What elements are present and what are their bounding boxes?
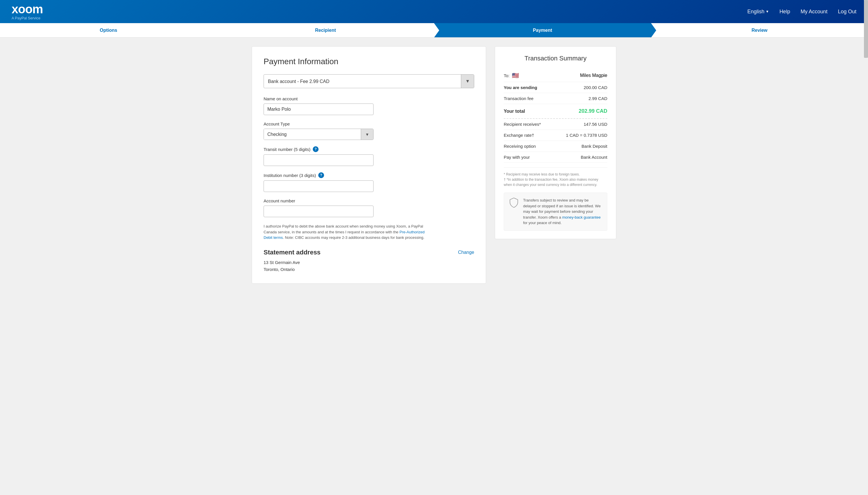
language-label: English (747, 9, 764, 15)
payment-method-selector[interactable]: Bank account - Fee 2.99 CAD Credit card … (264, 74, 474, 88)
breadcrumb-recipient[interactable]: Recipient (217, 23, 434, 37)
logo-xoom: xoom (12, 3, 43, 15)
logo-sub: A PayPal Service (12, 16, 43, 20)
receiving-option-label: Receiving option (504, 144, 536, 149)
footnote2: † *In addition to the transaction fee, X… (504, 177, 607, 187)
account-type-selector[interactable]: Checking Savings ▼ (264, 129, 373, 140)
institution-number-input[interactable] (264, 181, 373, 192)
logo: xoom A PayPal Service (12, 3, 43, 20)
footnote1: * Recipient may receive less due to fore… (504, 172, 607, 177)
authorization-text: I authorize PayPal to debit the above ba… (264, 223, 425, 241)
breadcrumb-options-label: Options (100, 28, 117, 33)
total-label: Your total (504, 109, 525, 114)
footnotes: * Recipient may receive less due to fore… (504, 167, 607, 187)
account-number-label: Account number (264, 198, 474, 203)
breadcrumb-payment[interactable]: Payment (434, 23, 651, 37)
account-number-input[interactable] (264, 206, 373, 217)
guarantee-text2: for your peace of mind. (523, 221, 562, 225)
exchange-rate-label: Exchange rate† (504, 133, 534, 138)
fee-label: Transaction fee (504, 96, 534, 101)
statement-address-section: Statement address Change 13 St Germain A… (264, 249, 474, 273)
transit-number-group: Transit number (5 digits) ? (264, 146, 474, 166)
account-type-dropdown-arrow[interactable]: ▼ (361, 129, 373, 140)
summary-box: Transaction Summary To: 🇺🇸 Miles Magpie … (495, 46, 616, 239)
summary-row-sending: You are sending 200.00 CAD (504, 82, 607, 93)
change-address-link[interactable]: Change (458, 250, 474, 255)
summary-row-receiving-option: Receiving option Bank Deposit (504, 141, 607, 152)
pay-with-value: Bank Account (581, 155, 607, 159)
auth-text-part1: I authorize PayPal to debit the above ba… (264, 224, 423, 234)
account-number-group: Account number (264, 198, 474, 217)
language-selector[interactable]: English ▼ (747, 9, 769, 15)
scrollbar-track (864, 0, 868, 495)
payment-form-title: Payment Information (264, 57, 474, 66)
summary-row-total: Your total 202.99 CAD (504, 104, 607, 119)
payment-method-dropdown-arrow[interactable]: ▼ (461, 74, 474, 88)
statement-address-title: Statement address (264, 249, 321, 256)
receiving-option-value: Bank Deposit (582, 144, 607, 149)
auth-text-part2: . Note: CIBC accounts may require 2-3 ad… (283, 235, 424, 240)
us-flag-icon: 🇺🇸 (512, 72, 519, 79)
help-link[interactable]: Help (780, 9, 790, 15)
address-line1: 13 St Germain Ave (264, 259, 474, 266)
institution-number-label-row: Institution number (3 digits) ? (264, 172, 474, 178)
money-back-guarantee-link[interactable]: money-back guarantee (562, 215, 601, 220)
payment-form-panel: Payment Information Bank account - Fee 2… (252, 46, 486, 284)
transit-number-input[interactable] (264, 154, 373, 166)
address-text: 13 St Germain Ave Toronto, Ontario (264, 259, 474, 273)
breadcrumb-options[interactable]: Options (0, 23, 217, 37)
account-type-label: Account Type (264, 121, 474, 126)
exchange-rate-value: 1 CAD = 0.7378 USD (566, 133, 607, 138)
guarantee-text: Transfers subject to review and may be d… (523, 198, 602, 226)
to-text: To: (504, 73, 510, 78)
transaction-summary-panel: Transaction Summary To: 🇺🇸 Miles Magpie … (495, 46, 616, 284)
my-account-link[interactable]: My Account (801, 9, 828, 15)
recipient-receives-label: Recipient receives* (504, 122, 541, 127)
breadcrumb-review[interactable]: Review (651, 23, 868, 37)
total-value: 202.99 CAD (579, 108, 607, 114)
pay-with-label: Pay with your (504, 155, 530, 159)
account-type-group: Account Type Checking Savings ▼ (264, 121, 474, 140)
institution-number-label: Institution number (3 digits) (264, 173, 316, 178)
summary-row-pay-with: Pay with your Bank Account (504, 152, 607, 163)
account-type-select-input[interactable]: Checking Savings (264, 129, 361, 140)
fee-value: 2.99 CAD (588, 96, 607, 101)
sending-value: 200.00 CAD (584, 85, 607, 90)
payment-method-select-input[interactable]: Bank account - Fee 2.99 CAD Credit card (264, 75, 461, 87)
language-arrow-icon: ▼ (766, 10, 769, 14)
summary-row-exchange-rate: Exchange rate† 1 CAD = 0.7378 USD (504, 130, 607, 141)
recipient-receives-value: 147.56 USD (584, 122, 607, 127)
scrollbar-thumb[interactable] (864, 0, 868, 58)
breadcrumb-payment-label: Payment (533, 28, 552, 33)
guarantee-box: Transfers subject to review and may be d… (504, 192, 607, 231)
header-nav: English ▼ Help My Account Log Out (747, 9, 856, 15)
to-label: To: 🇺🇸 (504, 72, 519, 79)
breadcrumb-review-label: Review (751, 28, 767, 33)
statement-header: Statement address Change (264, 249, 474, 256)
recipient-name: Miles Magpie (580, 73, 607, 78)
name-on-account-group: Name on account (264, 96, 474, 115)
transit-number-help-icon[interactable]: ? (313, 146, 319, 152)
institution-number-group: Institution number (3 digits) ? (264, 172, 474, 192)
breadcrumb: Options Recipient Payment Review (0, 23, 868, 38)
summary-row-recipient-receives: Recipient receives* 147.56 USD (504, 119, 607, 130)
transit-number-label-row: Transit number (5 digits) ? (264, 146, 474, 152)
shield-icon (508, 198, 519, 208)
institution-number-help-icon[interactable]: ? (318, 172, 324, 178)
summary-to-row: To: 🇺🇸 Miles Magpie (504, 69, 607, 82)
header: xoom A PayPal Service English ▼ Help My … (0, 0, 868, 23)
main-container: Payment Information Bank account - Fee 2… (246, 46, 622, 284)
sending-label: You are sending (504, 85, 537, 90)
transit-number-label: Transit number (5 digits) (264, 147, 311, 152)
summary-row-fee: Transaction fee 2.99 CAD (504, 93, 607, 104)
breadcrumb-recipient-label: Recipient (315, 28, 336, 33)
address-line2: Toronto, Ontario (264, 266, 474, 273)
summary-title: Transaction Summary (504, 55, 607, 62)
name-on-account-label: Name on account (264, 96, 474, 101)
name-on-account-input[interactable] (264, 103, 373, 115)
log-out-link[interactable]: Log Out (838, 9, 856, 15)
